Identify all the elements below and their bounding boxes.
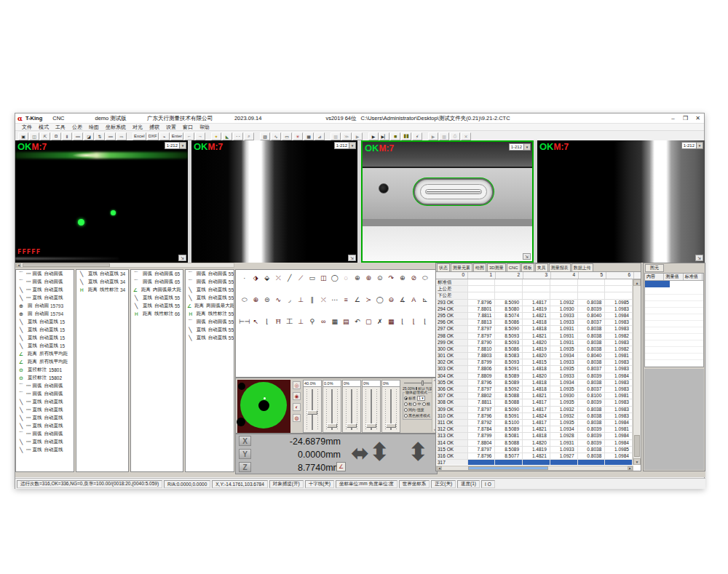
toolbar-button[interactable]: Excel	[132, 132, 146, 140]
feature-item[interactable]: ╲ *** 直线 自动直线	[16, 286, 74, 294]
tool-icon[interactable]: ∠	[352, 295, 363, 305]
tool-icon[interactable]: ⌊	[261, 316, 273, 327]
tool-icon[interactable]: ▦	[386, 316, 397, 327]
toolbar-button[interactable]: ■	[390, 132, 400, 140]
tool-icon[interactable]: ⊛	[363, 273, 375, 283]
results-tab[interactable]: 模板	[521, 263, 534, 271]
results-vscrollbar[interactable]: ▲ ▼	[633, 279, 641, 465]
menu-item[interactable]: 绘图	[89, 124, 99, 131]
result-row[interactable]: 311 OK7.87928.51001.48171.09350.80381.09…	[436, 420, 633, 426]
status-segment[interactable]: 正交(关)	[431, 480, 456, 488]
tool-icon[interactable]: ⊙	[374, 273, 386, 283]
tool-icon[interactable]: ⊕	[397, 273, 408, 283]
toolbar-button[interactable]: ⇨	[116, 132, 127, 140]
feature-item[interactable]: ╲ 直线 自动直线 55	[186, 294, 234, 302]
result-row[interactable]: 307 OK7.88028.50881.48211.09300.81001.09…	[436, 393, 633, 399]
toolbar-button[interactable]: ▥	[331, 132, 341, 140]
tool-icon[interactable]: ◌	[341, 273, 352, 283]
camera-view-4[interactable]: OKM:7 1-212 ▾ ⇲	[537, 140, 705, 263]
results-hscrollbar[interactable]: ◀ ▶	[436, 466, 633, 471]
results-tab[interactable]: 绘图	[473, 263, 486, 271]
tool-icon[interactable]: ⊜	[261, 295, 273, 305]
tool-icon[interactable]: ⊥	[296, 295, 307, 305]
status-segment[interactable]: 速度(1)	[457, 480, 480, 488]
results-tab[interactable]: 夹具	[535, 263, 548, 271]
camera-view-2[interactable]: OKM:7 1-212 ▾ ⇲	[191, 140, 357, 263]
same-direction-radio[interactable]	[404, 408, 408, 412]
result-row[interactable]: 301 OK7.88038.50831.48201.09340.80401.09…	[436, 353, 633, 359]
result-row[interactable]: 309 OK7.87978.50901.48171.09320.80381.09…	[436, 407, 633, 413]
tool-icon[interactable]: ⊾	[419, 295, 431, 305]
light-segment-icon[interactable]: ◍	[293, 414, 301, 422]
result-row[interactable]: 312 OK7.87848.50891.48211.09340.80391.09…	[436, 426, 633, 433]
tool-icon[interactable]: ⬭	[419, 273, 431, 283]
mode-value-dropdown[interactable]: 1 ▾	[417, 396, 425, 401]
camera-resize-icon[interactable]: ⇲	[178, 255, 186, 261]
feature-item[interactable]: ⊕ 圆 自动圆 15794	[16, 310, 74, 318]
result-row[interactable]: 317	[436, 460, 633, 465]
column-header[interactable]: 3	[523, 272, 551, 279]
tool-icon[interactable]: ↷	[386, 273, 397, 283]
feature-item[interactable]: Ｈ 距离 线性标注 34	[76, 286, 128, 294]
element-column-header[interactable]: 内容	[645, 274, 664, 280]
toolbar-button[interactable]: ▬	[73, 132, 83, 140]
result-row[interactable]: 305 OK7.87968.50891.48181.09340.80381.09…	[436, 380, 633, 386]
result-row[interactable]: 302 OK7.87998.50931.48151.09330.80381.09…	[436, 359, 633, 366]
feature-item[interactable]: ⌒ *** 圆弧 自动圆弧	[16, 278, 74, 286]
z-move-button[interactable]: ∠	[336, 462, 346, 471]
light-slider[interactable]: 0%	[381, 380, 400, 433]
tool-icon[interactable]: ↖	[250, 316, 262, 327]
result-row[interactable]: 300 OK7.88108.50861.48191.09350.80381.09…	[436, 346, 633, 353]
scroll-right-icon[interactable]: ▶	[628, 466, 633, 470]
feature-item[interactable]: ╲ *** 直线 自动直线	[16, 294, 74, 302]
result-row[interactable]: 298 OK7.87978.50931.48211.09310.80381.09…	[436, 333, 633, 340]
toolbar-button[interactable]: ≫	[341, 132, 352, 140]
toolbar-button[interactable]: ✦	[211, 132, 221, 140]
menu-item[interactable]: 公差	[72, 124, 82, 131]
result-row[interactable]: 上公差	[436, 286, 633, 292]
tool-icon[interactable]: A	[408, 295, 420, 305]
tool-icon[interactable]: ⊕	[352, 273, 363, 283]
tool-icon[interactable]: ⬭	[239, 295, 250, 305]
toolbar-button[interactable]: ▶	[428, 132, 438, 140]
element-column-header[interactable]: 标准值	[684, 274, 703, 280]
element-selected-row[interactable]	[645, 281, 670, 287]
feature-item[interactable]: ╲ 直线 自动直线 55	[186, 286, 234, 294]
feature-item[interactable]: Ｈ 距离 线性标注 66	[131, 310, 183, 318]
menu-item[interactable]: 窗口	[183, 124, 193, 131]
feature-item[interactable]: Ｈ 距离 线性标注 55	[186, 310, 234, 318]
status-segment[interactable]: 世界坐标系	[399, 480, 430, 488]
toolbar-button[interactable]: - -	[233, 132, 243, 140]
result-row[interactable]: 294 OK7.88018.50801.48191.09300.80391.09…	[436, 306, 633, 313]
element-column-header[interactable]: 测量值	[664, 274, 683, 280]
tool-icon[interactable]: Ħ	[273, 316, 285, 327]
feature-item[interactable]: ⌒ 圆弧 自动圆弧 65	[131, 278, 183, 286]
tool-icon[interactable]: ⊖	[386, 295, 397, 305]
result-row[interactable]: 310 OK7.87968.50911.48241.09320.80381.09…	[436, 413, 633, 420]
toolbar-button[interactable]: ◫	[29, 132, 39, 140]
camera-channel-dropdown[interactable]: 1-212 ▾	[681, 142, 703, 149]
scroll-down-icon[interactable]: ▼	[633, 458, 641, 465]
column-header[interactable]: 0	[436, 272, 468, 279]
tool-icon[interactable]: ·	[239, 273, 250, 283]
result-row[interactable]: 293 OK7.87968.50901.48171.09320.80381.09…	[436, 300, 633, 306]
tool-icon[interactable]: ⊢⊣	[239, 316, 250, 327]
result-row[interactable]: 296 OK7.88138.50861.48181.09330.80371.09…	[436, 319, 633, 326]
tool-icon[interactable]: ⋯	[329, 295, 341, 305]
feature-item[interactable]: ╲ 直线 自动直线 55	[186, 326, 234, 334]
element-tab[interactable]: 图元	[645, 264, 664, 272]
chevron-down-icon[interactable]: ▾	[349, 142, 356, 149]
feature-item[interactable]: ∠ 距离 内圆弧最大距	[131, 286, 183, 294]
toolbar-button[interactable]: ◘	[51, 132, 61, 140]
tool-icon[interactable]: ≻	[363, 295, 375, 305]
tool-icon[interactable]: ◫	[318, 273, 330, 283]
toolbar-button[interactable]: ⚡	[412, 132, 422, 140]
camera-channel-dropdown[interactable]: 1-212 ▾	[509, 143, 531, 151]
feature-item[interactable]: ⌒ 圆弧 自动圆弧 65	[131, 270, 183, 278]
toolbar-button[interactable]: ▭	[282, 132, 292, 140]
camera-resize-icon[interactable]: ⇲	[523, 253, 531, 260]
results-tab[interactable]: CNC	[507, 263, 521, 271]
tool-icon[interactable]: ▭	[306, 273, 318, 283]
scroll-thumb[interactable]	[468, 466, 548, 470]
feature-item[interactable]: ╲ *** 直线 自动直线	[16, 406, 74, 414]
